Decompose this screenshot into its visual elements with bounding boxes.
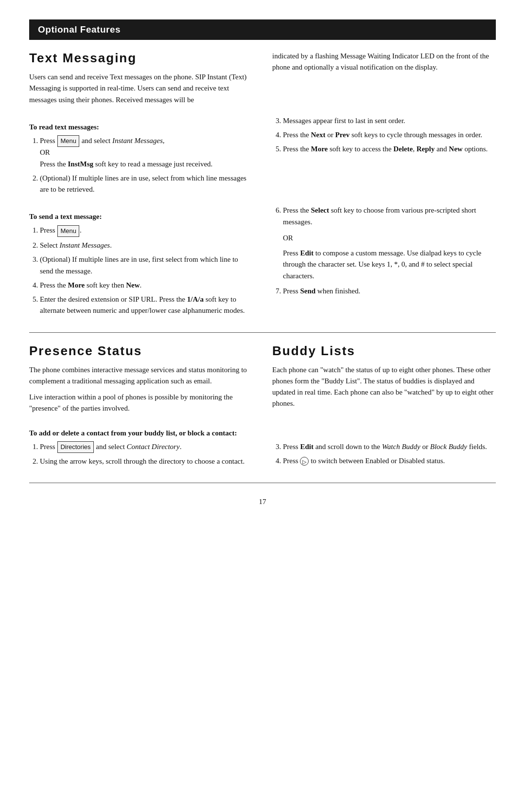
send-steps-right: Press the Select soft key to choose from… bbox=[272, 205, 496, 321]
buddy-title: Buddy Lists bbox=[272, 343, 496, 359]
contact-directory-italic: Contact Directory bbox=[127, 443, 180, 451]
list-item: (Optional) If multiple lines are in use,… bbox=[40, 173, 253, 196]
instant-messages-italic: Instant Messages, bbox=[112, 137, 165, 144]
1aa-bold: 1/A/a bbox=[187, 295, 204, 303]
or-text: OR bbox=[283, 233, 496, 244]
bottom-divider bbox=[29, 483, 496, 483]
text-messaging-section: Text Messaging Users can send and receiv… bbox=[29, 51, 496, 322]
list-item: (Optional) If multiple lines are in use,… bbox=[40, 254, 253, 277]
send-title: To send a text message: bbox=[29, 213, 253, 221]
new-bold: New bbox=[449, 145, 462, 153]
more-bold-2: More bbox=[68, 281, 85, 289]
presence-title: Presence Status bbox=[29, 343, 253, 359]
select-bold: Select bbox=[311, 206, 329, 214]
buddy-steps-list-left: Press Directories and select Contact Dir… bbox=[40, 441, 253, 468]
edit-bold-2: Edit bbox=[300, 443, 314, 451]
send-bold: Send bbox=[300, 287, 315, 295]
list-item: Press Directories and select Contact Dir… bbox=[40, 441, 253, 453]
delete-bold: Delete bbox=[393, 145, 413, 153]
presence-col: Presence Status The phone combines inter… bbox=[29, 343, 253, 419]
text-messaging-title: Text Messaging bbox=[29, 51, 253, 66]
more-bold: More bbox=[311, 145, 328, 153]
list-item: Press Menu and select Instant Messages, … bbox=[40, 135, 253, 170]
presence-intro-2: Live interaction within a pool of phones… bbox=[29, 392, 253, 415]
send-steps-left: To send a text message: Press Menu. Sele… bbox=[29, 205, 253, 321]
list-item: Press Menu. bbox=[40, 225, 253, 237]
header-title: Optional Features bbox=[38, 24, 121, 35]
buddy-steps-section: Press Directories and select Contact Dir… bbox=[29, 441, 496, 472]
send-final-step: Press Send when finished. bbox=[283, 286, 496, 297]
list-item: Press ▷ to switch between Enabled or Dis… bbox=[283, 455, 496, 467]
presence-intro-1: The phone combines interactive message s… bbox=[29, 364, 253, 387]
text-messaging-col-right: indicated by a flashing Message Waiting … bbox=[272, 51, 496, 110]
text-messaging-intro-left: Users can send and receive Text messages… bbox=[29, 72, 253, 106]
send-steps-list-right: Press the Select soft key to choose from… bbox=[283, 205, 496, 228]
list-item: Messages appear first to last in sent or… bbox=[283, 115, 496, 126]
bottom-section: Presence Status The phone combines inter… bbox=[29, 343, 496, 472]
buddy-steps-right: Press Edit and scroll down to the Watch … bbox=[272, 441, 496, 472]
instant-messages-italic-2: Instant Messages bbox=[59, 241, 110, 249]
list-item: Enter the desired extension or SIP URL. … bbox=[40, 294, 253, 317]
text-messaging-col-left: Text Messaging Users can send and receiv… bbox=[29, 51, 253, 110]
buddy-col: Buddy Lists Each phone can "watch" the s… bbox=[272, 343, 496, 419]
buddy-steps-list-right: Press Edit and scroll down to the Watch … bbox=[283, 441, 496, 467]
edit-paragraph: Press Edit to compose a custom message. … bbox=[283, 248, 496, 282]
read-messages-section: To read text messages: Press Menu and se… bbox=[29, 115, 496, 200]
read-steps-list: Press Menu and select Instant Messages, … bbox=[40, 135, 253, 196]
nav-icon: ▷ bbox=[300, 457, 309, 466]
presence-buddy-cols: Presence Status The phone combines inter… bbox=[29, 343, 496, 419]
read-steps-left: To read text messages: Press Menu and se… bbox=[29, 115, 253, 200]
new-bold-2: New bbox=[126, 281, 140, 289]
text-messaging-intro-right: indicated by a flashing Message Waiting … bbox=[272, 51, 496, 73]
instmsg-bold: InstMsg bbox=[68, 160, 94, 168]
list-item: Select Instant Messages. bbox=[40, 240, 253, 251]
list-item: Using the arrow keys, scroll through the… bbox=[40, 456, 253, 467]
list-item: Press the Select soft key to choose from… bbox=[283, 205, 496, 228]
list-item: Press the More soft key to access the De… bbox=[283, 144, 496, 155]
list-item: Press the Next or Prev soft keys to cycl… bbox=[283, 129, 496, 141]
watch-buddy-italic: Watch Buddy bbox=[382, 443, 420, 451]
menu-key-2: Menu bbox=[57, 225, 79, 237]
page-number: 17 bbox=[29, 498, 496, 506]
next-bold: Next bbox=[311, 131, 326, 139]
list-item: Press Send when finished. bbox=[283, 286, 496, 297]
list-item: Press the More soft key then New. bbox=[40, 280, 253, 291]
buddy-steps-left: Press Directories and select Contact Dir… bbox=[29, 441, 253, 472]
read-title: To read text messages: bbox=[29, 123, 253, 131]
send-message-section: To send a text message: Press Menu. Sele… bbox=[29, 205, 496, 321]
buddy-intro-1: Each phone can "watch" the status of up … bbox=[272, 364, 496, 410]
block-buddy-italic: Block Buddy bbox=[430, 443, 467, 451]
prev-bold: Prev bbox=[335, 131, 350, 139]
read-steps-right: Messages appear first to last in sent or… bbox=[272, 115, 496, 200]
reply-bold: Reply bbox=[417, 145, 435, 153]
list-item: Press Edit and scroll down to the Watch … bbox=[283, 441, 496, 452]
menu-key: Menu bbox=[57, 135, 79, 147]
header-bar: Optional Features bbox=[29, 19, 496, 40]
edit-bold: Edit bbox=[300, 249, 314, 257]
read-steps-list-right: Messages appear first to last in sent or… bbox=[283, 115, 496, 155]
section-divider bbox=[29, 332, 496, 333]
directories-key: Directories bbox=[57, 441, 93, 453]
buddy-contact-title: To add or delete a contact from your bud… bbox=[29, 429, 496, 437]
send-steps-list: Press Menu. Select Instant Messages. (Op… bbox=[40, 225, 253, 316]
